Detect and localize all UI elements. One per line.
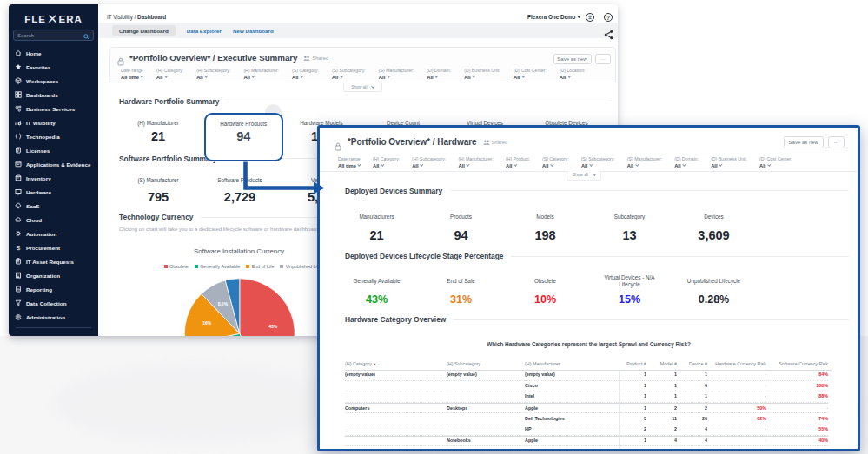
hardware-products-callout[interactable]: Hardware Products 94	[204, 113, 284, 161]
filter--d-business-unit-[interactable]: (D) Business Unit:All	[711, 156, 747, 168]
table-cell: 1	[646, 370, 677, 381]
filter-value: All	[427, 75, 451, 80]
more-options-button[interactable]: ···	[595, 54, 611, 65]
show-all-toggle[interactable]: Show all	[343, 83, 382, 92]
table-row[interactable]: Intel111-88%	[345, 391, 828, 403]
technopedia-icon	[15, 133, 22, 140]
filter-label: (D) Location:	[560, 68, 586, 73]
user-avatar-icon[interactable]	[586, 13, 594, 22]
table-cell: 4	[646, 436, 677, 447]
sidebar-item-inventory[interactable]: Inventory	[9, 171, 98, 185]
stat-subcategory: Subcategory13	[587, 214, 672, 242]
sidebar-item-home[interactable]: Home	[9, 46, 98, 60]
column-header[interactable]: (H) Manufacturer	[525, 355, 620, 370]
filter--d-cost-center-[interactable]: (D) Cost Center:All	[514, 68, 547, 79]
stat-value: 198	[503, 229, 587, 242]
tab-data-explorer[interactable]: Data Explorer	[187, 28, 222, 34]
column-header[interactable]: Hardware Currency Risk	[707, 355, 766, 370]
sidebar-item-business-services[interactable]: Business Services	[9, 102, 98, 115]
filter--s-subcategory-[interactable]: (S) Subcategory:All	[581, 156, 615, 168]
table-cell: 1	[620, 370, 646, 381]
search-input[interactable]: Search	[13, 30, 94, 41]
sidebar-item-label: Automation	[26, 231, 56, 237]
column-header[interactable]: Product #	[620, 355, 646, 370]
more-options-button[interactable]: ···	[828, 136, 845, 148]
table-cell: Dell Technologies	[525, 413, 620, 424]
filter--s-manufacturer-[interactable]: (S) Manufacturer:All	[627, 156, 662, 168]
shared-badge: Shared	[483, 140, 508, 145]
column-header[interactable]: Model #	[646, 355, 677, 370]
save-as-new-button[interactable]: Save as new	[553, 54, 592, 65]
filter--h-subcategory-[interactable]: (H) Subcategory:All	[196, 68, 230, 79]
sidebar-item-dashboards[interactable]: Dashboards	[9, 88, 98, 102]
table-cell: Dell Technologies	[525, 446, 620, 451]
filter--d-domain-[interactable]: (D) Domain:All	[674, 156, 699, 168]
pie-slice-obsolete[interactable]	[240, 279, 295, 336]
filter--d-cost-center-[interactable]: (D) Cost Center:All	[759, 156, 792, 168]
people-icon	[483, 140, 490, 145]
table-cell	[707, 446, 766, 451]
filter--h-category-[interactable]: (H) Category:All	[156, 68, 183, 79]
table-row[interactable]: Dell Technologies	[345, 446, 828, 451]
breadcrumb[interactable]: IT Visibility / Dashboard	[107, 14, 166, 20]
table-cell: -	[707, 391, 766, 403]
sidebar-item-technopedia[interactable]: Technopedia	[9, 129, 98, 143]
filter--h-subcategory-[interactable]: (H) Subcategory:All	[412, 156, 446, 168]
sidebar-item-reporting[interactable]: Reporting	[9, 282, 98, 296]
sidebar-item-applications-evidence[interactable]: Applications & Evidence	[9, 157, 98, 171]
filter--h-manufacturer-[interactable]: (H) Manufacturer:All	[458, 156, 494, 168]
tab-change-dashboard[interactable]: Change Dashboard	[112, 25, 176, 36]
sidebar-item-data-collection[interactable]: Data Collection	[9, 296, 98, 310]
sidebar-item-hardware[interactable]: Hardware	[9, 185, 98, 199]
column-header[interactable]: Software Currency Risk	[766, 355, 828, 370]
filter--h-manufacturer-[interactable]: (H) Manufacturer:All	[243, 68, 279, 79]
sidebar-item-procurement[interactable]: $Procurement	[9, 240, 98, 254]
filter--h-product-[interactable]: (H) Product:All	[506, 156, 530, 168]
help-icon[interactable]: ?	[604, 13, 613, 22]
licenses-icon	[15, 147, 22, 154]
sidebar-item-favorites[interactable]: Favorites	[9, 60, 98, 74]
table-row[interactable]: Dell Technologies3112662%74%	[345, 413, 828, 424]
filter-date-range[interactable]: Date rangeAll time	[121, 68, 143, 79]
stat-label: (H) Manufacturer	[117, 120, 199, 126]
pie-chart[interactable]: 43%16%8.0%	[178, 265, 304, 336]
sidebar-item-it-visibility[interactable]: IT Visibility	[9, 115, 98, 129]
section-deployed-devices-summary: Deployed Devices Summary	[345, 187, 849, 195]
user-menu[interactable]: Flexera One Demo	[527, 14, 580, 20]
table-cell	[345, 413, 447, 424]
table-row[interactable]: NotebooksApple144-40%	[345, 436, 828, 447]
filter--d-domain-[interactable]: (D) Domain:All	[427, 68, 451, 79]
table-cell	[620, 446, 646, 451]
table-row[interactable]: Cisco116-100%	[345, 381, 828, 392]
tab-new-dashboard[interactable]: New Dashboard	[233, 28, 274, 34]
filter-date-range[interactable]: Date rangeAll time	[338, 156, 361, 168]
sidebar-item-organization[interactable]: Organization	[9, 268, 98, 282]
organization-icon	[15, 272, 22, 279]
sidebar-item-licenses[interactable]: Licenses	[9, 143, 98, 157]
column-header[interactable]: Device #	[677, 355, 707, 370]
sidebar-item-label: Business Services	[26, 106, 75, 112]
table-row[interactable]: (empty value)(empty value)(empty value)1…	[345, 370, 828, 381]
save-as-new-button[interactable]: Save as new	[784, 136, 825, 148]
share-icon[interactable]	[604, 28, 613, 43]
filter--h-category-[interactable]: (H) Category:All	[373, 156, 400, 168]
filter--s-subcategory-[interactable]: (S) Subcategory:All	[332, 68, 366, 79]
filter--d-location-[interactable]: (D) Location:All	[560, 68, 586, 79]
column-header[interactable]: (H) Category ▲	[345, 355, 447, 370]
filter--d-business-unit-[interactable]: (D) Business Unit:All	[464, 68, 500, 79]
column-header[interactable]: (H) Subcategory	[447, 355, 525, 370]
filter--s-category-[interactable]: (S) Category:All	[542, 156, 569, 168]
sidebar-item-workspaces[interactable]: Workspaces	[9, 74, 98, 88]
sidebar-item-it-asset-requests[interactable]: IT Asset Requests	[9, 254, 98, 268]
filter--s-category-[interactable]: (S) Category:All	[292, 68, 319, 79]
table-cell: Computers	[345, 403, 447, 414]
stat-value: 3,609	[672, 229, 756, 242]
sidebar-item-saas[interactable]: SaaS	[9, 199, 98, 213]
sidebar-item-administration[interactable]: Administration	[9, 310, 98, 324]
sidebar-item-cloud[interactable]: Cloud	[9, 213, 98, 227]
show-all-toggle[interactable]: Show all	[567, 171, 601, 181]
table-row[interactable]: ComputersDesktopsApple12250%-	[345, 403, 828, 414]
sidebar-item-automation[interactable]: Automation	[9, 227, 98, 240]
table-row[interactable]: HP224-55%	[345, 424, 828, 436]
filter--s-manufacturer-[interactable]: (S) Manufacturer:All	[379, 68, 414, 79]
